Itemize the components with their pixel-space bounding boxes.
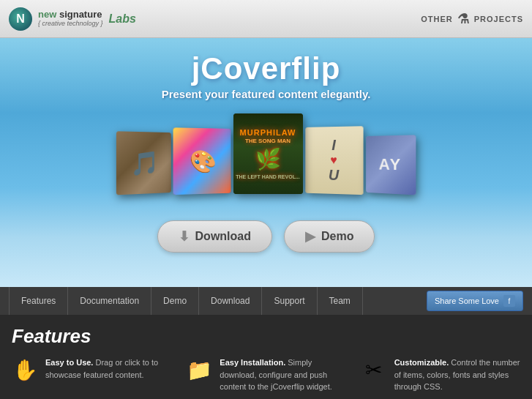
- share-label: Share Some Love: [435, 297, 499, 305]
- logo-text: new signature { creative technology }: [38, 10, 103, 27]
- navbar: Features Documentation Demo Download Sup…: [0, 287, 532, 315]
- cover-5: AY: [366, 135, 416, 195]
- cover-2: 🎨: [173, 127, 231, 195]
- share-button[interactable]: Share Some Love f: [427, 291, 523, 311]
- nav-documentation[interactable]: Documentation: [68, 287, 151, 315]
- features-section: Features ✋ Easy to Use. Drag or click to…: [0, 315, 532, 399]
- cover-2-art: 🎨: [173, 127, 231, 195]
- feature-item-easy-install: 📁 Easy Installation. Simply download, co…: [186, 357, 345, 393]
- nav-links: Features Documentation Demo Download Sup…: [9, 287, 363, 315]
- hero-subtitle: Present your featured content elegantly.: [162, 88, 371, 100]
- share-icon: f: [503, 295, 515, 307]
- feature-item-customizable: ✂ Customizable. Control the number of it…: [361, 357, 520, 393]
- easy-install-icon: 📁: [186, 358, 212, 393]
- logo-sub: { creative technology }: [38, 20, 103, 28]
- logo-area: N new signature { creative technology } …: [9, 7, 136, 31]
- customizable-heading: Customizable.: [394, 358, 449, 367]
- cover-5-art: AY: [366, 135, 416, 195]
- cover-3-art: MURPHILAW THE SONG MAN 🌿 THE LEFT HAND R…: [233, 113, 303, 194]
- customizable-text: Customizable. Control the number of item…: [394, 357, 520, 393]
- easy-use-heading: Easy to Use.: [45, 358, 93, 367]
- cover-3-main: MURPHILAW THE SONG MAN 🌿 THE LEFT HAND R…: [233, 113, 303, 194]
- cover-4-art: I ♥ U: [305, 126, 363, 195]
- logo-labs: Labs: [109, 12, 136, 26]
- nav-features[interactable]: Features: [9, 287, 68, 315]
- download-button[interactable]: ⬇ Download: [157, 220, 272, 253]
- demo-icon: ▶: [305, 228, 315, 245]
- hero-buttons: ⬇ Download ▶ Demo: [157, 220, 375, 253]
- features-title: Features: [12, 325, 520, 348]
- download-icon: ⬇: [179, 228, 190, 245]
- demo-label: Demo: [321, 230, 353, 243]
- nav-team[interactable]: Team: [318, 287, 363, 315]
- logo-name: new signature: [38, 10, 103, 20]
- easy-install-text: Easy Installation. Simply download, conf…: [220, 357, 345, 393]
- other-label: OTHER: [421, 15, 453, 23]
- nav-demo[interactable]: Demo: [151, 287, 199, 315]
- easy-use-icon: ✋: [12, 358, 38, 393]
- hero-title: jCoverflip: [192, 51, 341, 86]
- projects-label: PROJECTS: [474, 15, 523, 23]
- other-projects[interactable]: OTHER ⚗ PROJECTS: [421, 11, 523, 27]
- nav-download[interactable]: Download: [199, 287, 262, 315]
- nav-support[interactable]: Support: [262, 287, 317, 315]
- download-label: Download: [195, 230, 251, 243]
- hero-section: jCoverflip Present your featured content…: [0, 38, 532, 287]
- easy-install-heading: Easy Installation.: [220, 358, 285, 367]
- cover-1: 🎵: [116, 131, 171, 195]
- features-grid: ✋ Easy to Use. Drag or click to to showc…: [12, 357, 520, 393]
- cover-4: I ♥ U: [305, 126, 363, 195]
- customizable-icon: ✂: [361, 358, 387, 393]
- feature-item-easy-to-use: ✋ Easy to Use. Drag or click to to showc…: [12, 357, 171, 393]
- flask-icon: ⚗: [457, 11, 470, 27]
- easy-use-text: Easy to Use. Drag or click to to showcas…: [45, 357, 171, 393]
- covers-row: 🎵 🎨 MURPHILAW THE SONG MAN 🌿 THE LEFT HA…: [111, 113, 422, 194]
- demo-button[interactable]: ▶ Demo: [284, 220, 375, 253]
- logo-icon: N: [9, 7, 32, 31]
- header: N new signature { creative technology } …: [0, 0, 532, 38]
- cover-1-art: 🎵: [116, 131, 171, 195]
